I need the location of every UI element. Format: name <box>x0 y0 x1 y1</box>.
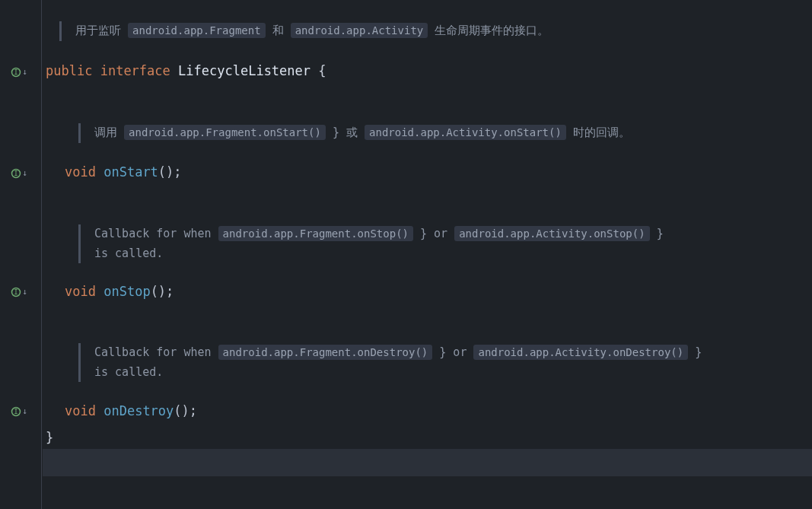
parens: () <box>174 403 189 418</box>
svg-text:I: I <box>14 68 18 76</box>
type-name: LifecycleListener <box>178 63 310 78</box>
doc-code-ref: android.app.Fragment.onDestroy() <box>218 345 433 360</box>
code-line-ondestroy[interactable]: void onDestroy(); <box>46 401 812 422</box>
gutter-implements-icon[interactable]: I ↓ <box>8 166 30 181</box>
keyword-void: void <box>65 403 96 418</box>
semicolon: ; <box>189 403 197 418</box>
doc-text: Callback for when <box>94 345 218 359</box>
keyword-public: public <box>46 63 92 78</box>
keyword-void: void <box>65 284 96 299</box>
close-brace: } <box>46 430 53 445</box>
code-editor[interactable]: 用于监听 android.app.Fragment 和 android.app.… <box>46 0 812 509</box>
method-name: onStart <box>103 164 158 180</box>
method-name: onStop <box>103 284 150 299</box>
gutter-implements-icon[interactable]: I ↓ <box>8 285 30 300</box>
svg-text:I: I <box>14 408 18 415</box>
gutter-implements-icon[interactable]: I ↓ <box>8 404 30 419</box>
doc-text: 调用 <box>94 126 124 139</box>
parens: () <box>158 164 174 180</box>
code-line-onstop[interactable]: void onStop(); <box>46 282 812 303</box>
gutter-implements-icon[interactable]: I ↓ <box>8 65 30 80</box>
method-name: onDestroy <box>103 403 174 418</box>
keyword-void: void <box>65 164 96 180</box>
code-line-interface-decl[interactable]: public interface LifecycleListener { <box>46 61 812 82</box>
svg-text:I: I <box>14 170 18 177</box>
doc-text: 和 <box>266 24 291 37</box>
open-brace: { <box>318 63 326 78</box>
doc-interface: 用于监听 android.app.Fragment 和 android.app.… <box>59 21 782 41</box>
doc-text: } or <box>413 227 454 240</box>
parens: () <box>151 284 166 299</box>
semicolon: ; <box>174 164 181 180</box>
gutter-divider <box>41 0 42 509</box>
doc-code-ref: android.app.Activity.onStop() <box>454 226 649 241</box>
doc-code-ref: android.app.Fragment <box>128 23 266 38</box>
doc-onstart: 调用 android.app.Fragment.onStart() } 或 an… <box>78 123 782 143</box>
keyword-interface: interface <box>100 63 170 78</box>
doc-text: } 或 <box>326 126 365 139</box>
doc-text: 生命周期事件的接口。 <box>428 24 549 37</box>
gutter: I ↓ I ↓ I ↓ I ↓ <box>0 0 37 509</box>
code-line-onstart[interactable]: void onStart(); <box>46 162 812 183</box>
doc-code-ref: android.app.Fragment.onStart() <box>124 125 326 140</box>
doc-code-ref: android.app.Activity <box>291 23 428 38</box>
doc-code-ref: android.app.Fragment.onStop() <box>218 226 413 241</box>
doc-code-ref: android.app.Activity.onDestroy() <box>473 345 688 360</box>
doc-ondestroy: Callback for when android.app.Fragment.o… <box>78 343 782 382</box>
doc-onstop: Callback for when android.app.Fragment.o… <box>78 224 782 263</box>
svg-text:I: I <box>14 288 18 296</box>
doc-text: } or <box>432 345 473 359</box>
semicolon: ; <box>166 284 174 299</box>
doc-text: 时的回调。 <box>566 126 630 139</box>
doc-code-ref: android.app.Activity.onStart() <box>365 125 566 140</box>
code-line-close-brace[interactable]: } <box>46 428 812 449</box>
doc-text: Callback for when <box>94 227 218 240</box>
doc-text: 用于监听 <box>75 24 128 37</box>
